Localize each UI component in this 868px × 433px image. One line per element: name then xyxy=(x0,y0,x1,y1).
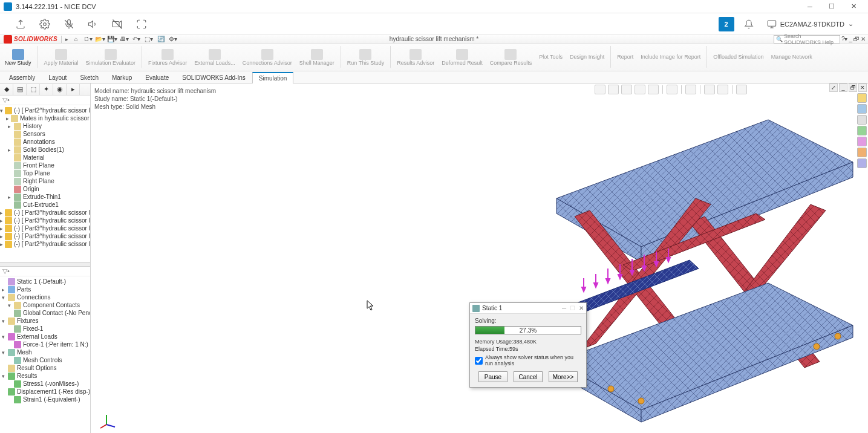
ribbon-include-image[interactable]: Include Image for Report xyxy=(638,45,703,70)
window-minimize-button[interactable]: ─ xyxy=(799,0,821,13)
tree-node[interactable]: ▸Extrude-Thin1 xyxy=(0,193,90,201)
qat-open-icon[interactable]: 📂▾ xyxy=(95,34,106,44)
pane-splitter[interactable] xyxy=(0,262,90,267)
dcv-camera-off-icon[interactable] xyxy=(106,16,128,33)
tree-node[interactable]: ▾Connections xyxy=(0,293,90,301)
ribbon-deformed-result[interactable]: Deformed Result xyxy=(439,45,485,70)
ribbon-design-insight[interactable]: Design Insight xyxy=(567,45,607,70)
ribbon-manage-network[interactable]: Manage Network xyxy=(769,45,815,70)
ribbon-apply-material[interactable]: Apply Material xyxy=(42,45,81,70)
qat-undo-icon[interactable]: ↶▾ xyxy=(131,34,142,44)
ribbon-connections-advisor[interactable]: Connections Advisor xyxy=(240,45,295,70)
tree-node[interactable]: ▸(-) [ Part2^hydraulic scissor lift m... xyxy=(0,240,90,248)
window-close-button[interactable]: ✕ xyxy=(843,0,864,13)
view-orientation-icon[interactable] xyxy=(648,85,659,94)
tree-node[interactable]: Material xyxy=(0,154,90,161)
dcv-upload-icon[interactable] xyxy=(10,16,31,33)
ribbon-offloaded-sim[interactable]: Offloaded Simulation xyxy=(711,45,766,70)
fm-tab-4[interactable]: ✦ xyxy=(40,84,53,95)
sw-close-button[interactable]: ✕ xyxy=(861,36,866,42)
orientation-triad[interactable] xyxy=(99,411,117,429)
feature-filter-icon[interactable]: ▽• xyxy=(0,96,90,105)
dcv-mic-muted-icon[interactable] xyxy=(58,16,80,33)
tree-node[interactable]: ▾(-) [ Part2^hydraulic scissor lift m... xyxy=(0,106,90,114)
tree-node[interactable]: Stress1 (-vonMises-) xyxy=(0,380,90,388)
ribbon-report[interactable]: Report xyxy=(615,45,636,70)
qat-select-icon[interactable]: ⬚▾ xyxy=(143,34,154,44)
ribbon-compare-results[interactable]: Compare Results xyxy=(488,45,535,70)
feature-tree-model[interactable]: ▾(-) [ Part2^hydraulic scissor lift m...… xyxy=(0,105,90,262)
tree-node[interactable]: ▸Mates in hydraulic scissor lift xyxy=(0,114,90,122)
tree-node[interactable]: Sensors xyxy=(0,130,90,138)
tree-node[interactable]: ▾External Loads xyxy=(0,333,90,340)
ribbon-sim-evaluator[interactable]: Simulation Evaluator xyxy=(83,45,139,70)
fm-tab-1[interactable]: ◆ xyxy=(0,84,13,95)
viewport-restore-icon[interactable]: 🗗 xyxy=(849,83,857,92)
tree-node[interactable]: ▸(-) [ Part3^hydraulic scissor lift m... xyxy=(0,217,90,224)
ribbon-plot-tools[interactable]: Plot Tools xyxy=(537,45,565,70)
feature-tree-study[interactable]: Static 1 (-Default-)▸Parts▾Connections▾C… xyxy=(0,276,90,433)
view-appearance-icon[interactable] xyxy=(704,85,715,94)
ribbon-new-study[interactable]: New Study xyxy=(2,45,34,70)
dcv-bell-icon[interactable] xyxy=(738,16,760,33)
tree-node[interactable]: Global Contact (-No Penetr... xyxy=(0,309,90,317)
solver-always-show-checkbox[interactable]: Always show solver status when you run a… xyxy=(475,354,581,366)
solver-minimize-button[interactable]: ─ xyxy=(562,305,566,311)
view-display-style-icon[interactable] xyxy=(667,85,677,94)
solver-close-button[interactable]: ✕ xyxy=(579,305,584,311)
taskpane-home-icon[interactable] xyxy=(857,93,867,103)
tree-node[interactable]: Origin xyxy=(0,185,90,193)
tree-node[interactable]: Front Plane xyxy=(0,161,90,169)
tab-simulation[interactable]: Simulation xyxy=(252,72,294,83)
qat-print-icon[interactable]: 🖶▾ xyxy=(119,34,130,44)
fm-tab-5[interactable]: ◉ xyxy=(53,84,67,95)
sw-minimize-button[interactable]: _ xyxy=(849,36,852,42)
tree-node[interactable]: Annotations xyxy=(0,138,90,146)
viewport-close-icon[interactable]: ✕ xyxy=(858,83,867,92)
tab-layout[interactable]: Layout xyxy=(42,72,73,83)
view-zoom-area-icon[interactable] xyxy=(608,85,619,94)
fm-tab-2[interactable]: ▤ xyxy=(13,84,27,95)
viewport-minimize-icon[interactable]: _ xyxy=(839,83,847,92)
ribbon-external-loads[interactable]: External Loads... xyxy=(192,45,238,70)
qat-rebuild-icon[interactable]: 🔄 xyxy=(155,34,166,44)
view-scene-icon[interactable] xyxy=(717,85,728,94)
tree-node[interactable]: Displacement1 (-Res disp-) xyxy=(0,388,90,396)
study-filter-icon[interactable]: ▽• xyxy=(0,267,90,276)
graphics-viewport[interactable]: Model name: hydraulic scissor lift mecha… xyxy=(91,83,868,433)
tree-node[interactable]: Fixed-1 xyxy=(0,325,90,333)
tree-node[interactable]: ▸(-) [ Part3^hydraulic scissor lift m... xyxy=(0,209,90,217)
tree-node[interactable]: ▸History xyxy=(0,122,90,130)
menu-dropdown-icon[interactable]: ▸ xyxy=(65,36,68,42)
view-zoom-fit-icon[interactable] xyxy=(595,85,605,94)
tab-markup[interactable]: Markup xyxy=(105,72,139,83)
tree-node[interactable]: ▸(-) [ Part3^hydraulic scissor lift m... xyxy=(0,232,90,240)
qat-save-icon[interactable]: 💾▾ xyxy=(107,34,118,44)
tree-node[interactable]: ▾Mesh xyxy=(0,348,90,356)
dcv-speaker-icon[interactable] xyxy=(82,16,104,33)
qat-new-icon[interactable]: 🗋▾ xyxy=(83,34,94,44)
ribbon-shell-manager[interactable]: Shell Manager xyxy=(297,45,337,70)
solver-cancel-button[interactable]: Cancel xyxy=(514,371,543,382)
dcv-notification-badge[interactable]: 2 xyxy=(719,17,734,31)
tree-node[interactable]: ▸Solid Bodies(1) xyxy=(0,146,90,154)
tab-addins[interactable]: SOLIDWORKS Add-Ins xyxy=(175,72,252,83)
tree-node[interactable]: Strain1 (-Equivalent-) xyxy=(0,396,90,403)
tree-node[interactable]: Right Plane xyxy=(0,177,90,185)
ribbon-run-study[interactable]: Run This Study xyxy=(345,45,387,70)
fm-tab-6[interactable]: ▸ xyxy=(67,84,80,95)
solver-more-button[interactable]: More>> xyxy=(549,371,578,382)
tree-node[interactable]: ▾Results xyxy=(0,372,90,380)
view-hide-show-icon[interactable] xyxy=(685,85,696,94)
fm-tab-3[interactable]: ⬚ xyxy=(27,84,40,95)
tab-sketch[interactable]: Sketch xyxy=(73,72,105,83)
sw-restore-button[interactable]: 🗗 xyxy=(853,36,860,42)
tree-node[interactable]: ▸(-) [ Part3^hydraulic scissor lift m... xyxy=(0,224,90,232)
qat-options-icon[interactable]: ⚙▾ xyxy=(168,34,178,44)
tree-node[interactable]: Mesh Controls xyxy=(0,356,90,364)
solver-pause-button[interactable]: Pause xyxy=(478,371,507,382)
help-dropdown-icon[interactable]: ?▾ xyxy=(841,36,848,42)
tree-node[interactable]: Top Plane xyxy=(0,169,90,177)
tree-node[interactable]: Force-1 (:Per item: 1 N:) xyxy=(0,340,90,348)
search-box[interactable]: 🔍Search SOLIDWORKS Help xyxy=(774,35,840,44)
